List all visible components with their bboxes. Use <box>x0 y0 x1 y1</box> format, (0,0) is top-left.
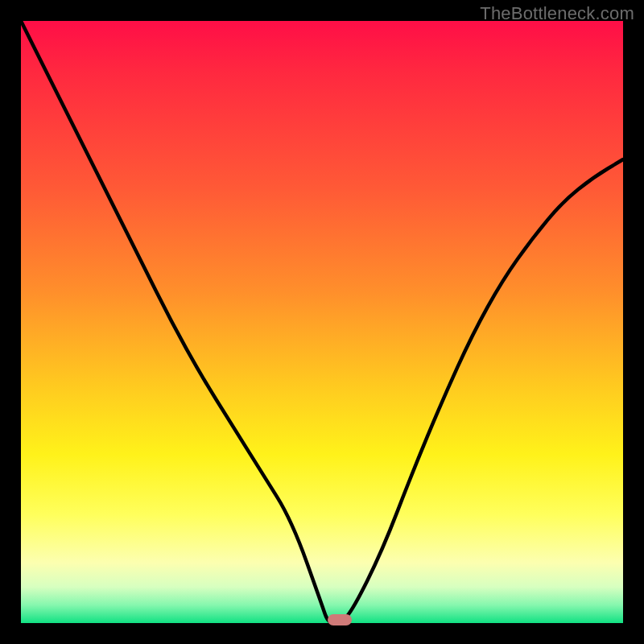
curve-path <box>21 21 623 623</box>
optimum-marker <box>328 614 352 625</box>
plot-area <box>21 21 623 623</box>
bottleneck-curve <box>21 21 623 623</box>
chart-frame: TheBottleneck.com <box>0 0 644 644</box>
